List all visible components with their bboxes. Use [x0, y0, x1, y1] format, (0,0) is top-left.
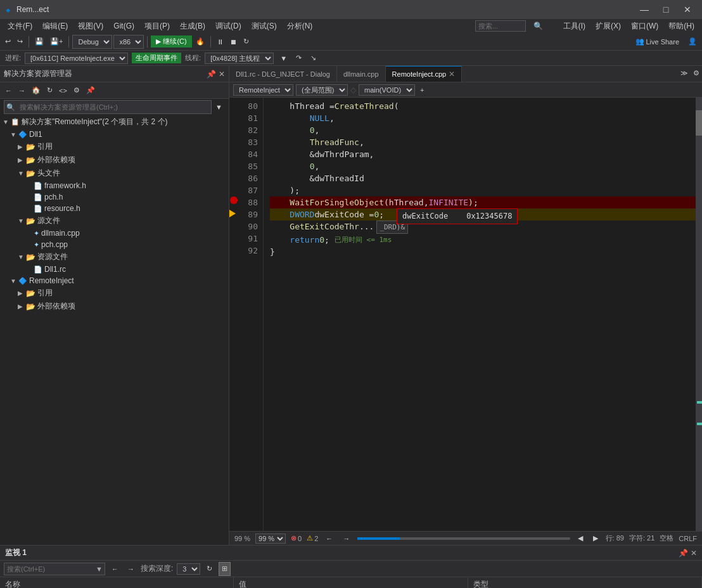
se-search-input[interactable] — [4, 100, 212, 114]
tab-settings-button[interactable]: ⚙ — [691, 66, 702, 80]
menu-file[interactable]: 文件(F) — [3, 20, 37, 33]
nav-back-button[interactable]: ← — [323, 532, 335, 546]
process-dropdown[interactable]: [0x611C] RemoteInject.exe — [25, 53, 128, 64]
step-over-button[interactable]: ↷ — [293, 51, 304, 65]
watch-pin-icon[interactable]: 📌 — [679, 549, 688, 558]
se-pin2-button[interactable]: 📌 — [84, 84, 98, 98]
solution-root[interactable]: ▼ 📋 解决方案"RemoteInject"(2 个项目，共 2 个) — [0, 115, 229, 129]
spaces-info: 空格 — [660, 534, 673, 543]
file-resource-h[interactable]: 📄 resource.h — [0, 203, 229, 214]
se-pin-icon[interactable]: 📌 — [207, 70, 216, 79]
next-line-marker — [229, 210, 236, 217]
dll1-headers[interactable]: ▼ 📂 头文件 — [0, 167, 229, 180]
watch-refresh-button[interactable]: ↻ — [204, 562, 215, 576]
se-forward-button[interactable]: → — [16, 84, 28, 98]
tab-dll1rc[interactable]: Dll1.rc - DLG_INJECT - Dialog — [229, 66, 337, 82]
menu-search[interactable]: 🔍 — [470, 19, 553, 33]
file-dropdown[interactable]: RemoteInject — [233, 84, 293, 96]
project-remoteinject[interactable]: ▼ 🔷 RemoteInject — [0, 275, 229, 286]
watch-depth-dropdown[interactable]: 3 — [177, 563, 200, 575]
scope-dropdown[interactable]: (全局范围) — [296, 84, 348, 96]
menu-build[interactable]: 生成(B) — [175, 20, 210, 33]
se-settings-button[interactable]: ⚙ — [71, 84, 82, 98]
filter-button[interactable]: ▼ — [278, 51, 290, 65]
scroll-right-button[interactable]: ▶ — [590, 532, 601, 546]
menu-tools[interactable]: 工具(I) — [558, 20, 590, 33]
add-member-button[interactable]: + — [418, 83, 426, 97]
zoom-dropdown[interactable]: 99 % — [255, 534, 286, 544]
dll1-ref[interactable]: ▶ 📂 引用 — [0, 140, 229, 153]
save-button[interactable]: 💾 — [32, 35, 46, 49]
process-label: 进程: — [5, 53, 21, 63]
se-code-btn[interactable]: <> — [56, 84, 70, 98]
debug-btn3[interactable]: ↻ — [241, 35, 252, 49]
close-tab-icon[interactable]: ✕ — [449, 70, 455, 79]
menu-edit[interactable]: 编辑(E) — [37, 20, 73, 33]
watch-back-button[interactable]: ← — [109, 562, 121, 576]
minimize-button[interactable]: — — [635, 3, 654, 16]
riref-label: 引用 — [37, 288, 53, 298]
watch-close-icon[interactable]: ✕ — [691, 549, 697, 558]
dll1-sources[interactable]: ▼ 📂 源文件 — [0, 214, 229, 227]
config-dropdown[interactable]: Debug — [72, 35, 112, 49]
file-pch-cpp[interactable]: ✦ pch.cpp — [0, 239, 229, 250]
code-content[interactable]: hThread = CreateThread( NULL, 0, ThreadF… — [264, 98, 696, 531]
tab-overflow-button[interactable]: ≫ — [678, 66, 691, 80]
undo-button[interactable]: ↩ — [3, 35, 13, 49]
watch-expand-button[interactable]: ⊞ — [219, 562, 231, 576]
vertical-scrollbar[interactable] — [696, 98, 702, 531]
file-dllmain[interactable]: ✦ dllmain.cpp — [0, 227, 229, 239]
profile-button[interactable]: 👤 — [686, 35, 699, 49]
nav-fwd-button[interactable]: → — [340, 532, 352, 546]
project-dll1[interactable]: ▼ 🔷 Dll1 — [0, 129, 229, 140]
watch-fwd-button[interactable]: → — [125, 562, 137, 576]
error-count: 0 — [298, 535, 302, 542]
menu-debug[interactable]: 调试(D) — [210, 20, 246, 33]
debug-btn2[interactable]: ⏹ — [227, 35, 239, 49]
maximize-button[interactable]: □ — [656, 3, 675, 16]
thread-dropdown[interactable]: [0x4828] 主线程 — [205, 53, 274, 64]
menu-test[interactable]: 测试(S) — [246, 20, 282, 33]
fire-button[interactable]: 🔥 — [193, 35, 207, 49]
dll1-ext-dep[interactable]: ▶ 📂 外部依赖项 — [0, 153, 229, 167]
menu-view[interactable]: 视图(V) — [73, 20, 108, 33]
tab-dllmain[interactable]: dllmain.cpp — [337, 66, 386, 82]
global-search-input[interactable] — [475, 20, 526, 32]
menu-window[interactable]: 窗口(W) — [626, 20, 663, 33]
redo-button[interactable]: ↪ — [15, 35, 25, 49]
dll1-resources[interactable]: ▼ 📂 资源文件 — [0, 250, 229, 264]
continue-button[interactable]: ▶ 继续(C) — [151, 35, 191, 48]
se-refresh-button[interactable]: ↻ — [44, 84, 55, 98]
nav-dropdown[interactable]: main(VOID) — [359, 84, 415, 96]
se-tree: ▼ 📋 解决方案"RemoteInject"(2 个项目，共 2 个) ▼ 🔷 … — [0, 115, 229, 545]
menu-project[interactable]: 项目(P) — [139, 20, 175, 33]
ri-extdep[interactable]: ▶ 📂 外部依赖项 — [0, 300, 229, 313]
se-close-icon[interactable]: ✕ — [219, 70, 225, 79]
debug-btn1[interactable]: ⏸ — [214, 35, 226, 49]
step-into-button[interactable]: ↘ — [308, 51, 319, 65]
platform-dropdown[interactable]: x86 — [113, 35, 144, 49]
se-home-button[interactable]: 🏠 — [29, 84, 43, 98]
menu-extension[interactable]: 扩展(X) — [590, 20, 626, 33]
scroll-left-button[interactable]: ◀ — [575, 532, 585, 546]
save-all-button[interactable]: 💾+ — [48, 35, 65, 49]
solution-arrow: ▼ — [3, 118, 9, 125]
watch-search-input[interactable] — [4, 563, 105, 575]
file-pch-h[interactable]: 📄 pch.h — [0, 191, 229, 203]
pchcpp-icon: ✦ — [34, 241, 39, 249]
file-dll1rc[interactable]: 📄 Dll1.rc — [0, 264, 229, 275]
menu-analyze[interactable]: 分析(N) — [282, 20, 318, 33]
menu-help[interactable]: 帮助(H) — [663, 20, 699, 33]
close-button[interactable]: ✕ — [678, 3, 697, 16]
se-back-button[interactable]: ← — [3, 84, 15, 98]
menu-git[interactable]: Git(G) — [108, 20, 139, 32]
ri-ref[interactable]: ▶ 📂 引用 — [0, 286, 229, 300]
riref-arrow: ▶ — [18, 290, 24, 297]
progress-bar — [357, 537, 570, 540]
liveshare-button[interactable]: 👥 Live Share — [633, 35, 682, 49]
se-search-options-button[interactable]: ▼ — [213, 100, 225, 114]
tab-remoteinject[interactable]: RemoteInject.cpp ✕ — [386, 66, 463, 82]
ref-arrow: ▶ — [18, 143, 24, 150]
file-framework-h[interactable]: 📄 framework.h — [0, 180, 229, 191]
scrollbar-thumb[interactable] — [696, 110, 702, 136]
